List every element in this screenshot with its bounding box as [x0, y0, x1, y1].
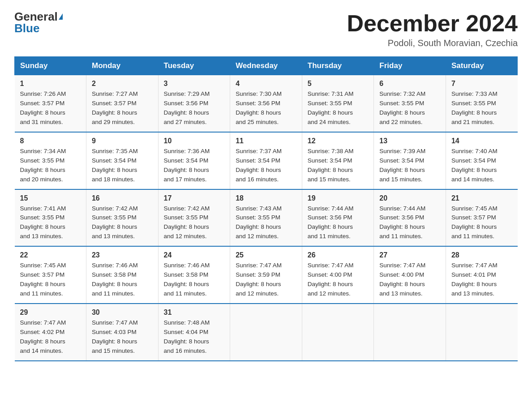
calendar-cell: 8Sunrise: 7:34 AMSunset: 3:55 PMDaylight… [15, 132, 86, 189]
calendar-cell [446, 304, 517, 361]
day-info: Sunrise: 7:32 AMSunset: 3:55 PMDaylight:… [379, 90, 440, 127]
calendar-week-row: 15Sunrise: 7:41 AMSunset: 3:55 PMDayligh… [15, 189, 518, 247]
day-number: 13 [379, 137, 440, 145]
calendar-cell: 28Sunrise: 7:47 AMSunset: 4:01 PMDayligh… [446, 246, 517, 304]
day-info: Sunrise: 7:34 AMSunset: 3:55 PMDaylight:… [20, 147, 81, 184]
calendar-week-row: 22Sunrise: 7:45 AMSunset: 3:57 PMDayligh… [15, 246, 518, 304]
day-info: Sunrise: 7:45 AMSunset: 3:57 PMDaylight:… [451, 204, 512, 242]
day-number: 3 [164, 80, 225, 88]
calendar-cell: 13Sunrise: 7:39 AMSunset: 3:54 PMDayligh… [374, 132, 446, 189]
calendar-cell: 30Sunrise: 7:47 AMSunset: 4:03 PMDayligh… [86, 304, 158, 361]
calendar-cell: 22Sunrise: 7:45 AMSunset: 3:57 PMDayligh… [15, 246, 86, 304]
day-info: Sunrise: 7:47 AMSunset: 4:03 PMDaylight:… [92, 318, 153, 356]
page-header: General Blue December 2024 Podoli, South… [14, 11, 518, 48]
calendar-cell [230, 304, 302, 361]
column-header-wednesday: Wednesday [230, 57, 302, 75]
calendar-cell: 17Sunrise: 7:42 AMSunset: 3:55 PMDayligh… [158, 189, 230, 247]
day-number: 8 [20, 137, 81, 145]
day-info: Sunrise: 7:40 AMSunset: 3:54 PMDaylight:… [451, 147, 512, 184]
day-number: 23 [92, 251, 153, 259]
day-info: Sunrise: 7:37 AMSunset: 3:54 PMDaylight:… [236, 147, 296, 184]
day-info: Sunrise: 7:44 AMSunset: 3:56 PMDaylight:… [308, 204, 369, 242]
day-number: 21 [451, 194, 512, 202]
calendar-subtitle: Podoli, South Moravian, Czechia [347, 38, 518, 48]
day-info: Sunrise: 7:43 AMSunset: 3:55 PMDaylight:… [236, 204, 296, 242]
day-info: Sunrise: 7:29 AMSunset: 3:56 PMDaylight:… [164, 90, 225, 127]
day-number: 28 [451, 251, 512, 259]
column-header-thursday: Thursday [302, 57, 374, 75]
calendar-cell: 9Sunrise: 7:35 AMSunset: 3:54 PMDaylight… [86, 132, 158, 189]
day-number: 18 [236, 194, 296, 202]
day-info: Sunrise: 7:41 AMSunset: 3:55 PMDaylight:… [20, 204, 81, 242]
day-number: 19 [308, 194, 369, 202]
calendar-cell: 24Sunrise: 7:46 AMSunset: 3:58 PMDayligh… [158, 246, 230, 304]
day-number: 25 [236, 251, 296, 259]
calendar-cell: 10Sunrise: 7:36 AMSunset: 3:54 PMDayligh… [158, 132, 230, 189]
calendar-week-row: 29Sunrise: 7:47 AMSunset: 4:02 PMDayligh… [15, 304, 518, 361]
day-number: 4 [236, 80, 296, 88]
calendar-cell: 4Sunrise: 7:30 AMSunset: 3:56 PMDaylight… [230, 75, 302, 132]
calendar-cell: 7Sunrise: 7:33 AMSunset: 3:55 PMDaylight… [446, 75, 517, 132]
day-number: 11 [236, 137, 296, 145]
calendar-cell: 20Sunrise: 7:44 AMSunset: 3:56 PMDayligh… [374, 189, 446, 247]
calendar-cell: 1Sunrise: 7:26 AMSunset: 3:57 PMDaylight… [15, 75, 86, 132]
day-info: Sunrise: 7:47 AMSunset: 4:00 PMDaylight:… [379, 261, 440, 299]
day-number: 9 [92, 137, 153, 145]
day-info: Sunrise: 7:47 AMSunset: 3:59 PMDaylight:… [236, 261, 296, 299]
calendar-cell: 23Sunrise: 7:46 AMSunset: 3:58 PMDayligh… [86, 246, 158, 304]
calendar-cell: 2Sunrise: 7:27 AMSunset: 3:57 PMDaylight… [86, 75, 158, 132]
day-info: Sunrise: 7:42 AMSunset: 3:55 PMDaylight:… [92, 204, 153, 242]
logo-triangle-icon [59, 13, 63, 20]
day-info: Sunrise: 7:42 AMSunset: 3:55 PMDaylight:… [164, 204, 225, 242]
day-number: 10 [164, 137, 225, 145]
calendar-cell: 25Sunrise: 7:47 AMSunset: 3:59 PMDayligh… [230, 246, 302, 304]
day-info: Sunrise: 7:48 AMSunset: 4:04 PMDaylight:… [164, 318, 225, 356]
calendar-cell: 15Sunrise: 7:41 AMSunset: 3:55 PMDayligh… [15, 189, 86, 247]
column-header-sunday: Sunday [15, 57, 86, 75]
day-number: 20 [379, 194, 440, 202]
logo-general-text: General [14, 11, 58, 22]
column-header-friday: Friday [374, 57, 446, 75]
day-number: 7 [451, 80, 512, 88]
day-number: 14 [451, 137, 512, 145]
column-header-monday: Monday [86, 57, 158, 75]
day-info: Sunrise: 7:26 AMSunset: 3:57 PMDaylight:… [20, 90, 81, 127]
calendar-cell: 3Sunrise: 7:29 AMSunset: 3:56 PMDaylight… [158, 75, 230, 132]
day-info: Sunrise: 7:46 AMSunset: 3:58 PMDaylight:… [164, 261, 225, 299]
day-number: 15 [20, 194, 81, 202]
calendar-cell: 5Sunrise: 7:31 AMSunset: 3:55 PMDaylight… [302, 75, 374, 132]
day-info: Sunrise: 7:45 AMSunset: 3:57 PMDaylight:… [20, 261, 81, 299]
calendar-cell: 29Sunrise: 7:47 AMSunset: 4:02 PMDayligh… [15, 304, 86, 361]
column-header-tuesday: Tuesday [158, 57, 230, 75]
day-info: Sunrise: 7:36 AMSunset: 3:54 PMDaylight:… [164, 147, 225, 184]
calendar-week-row: 8Sunrise: 7:34 AMSunset: 3:55 PMDaylight… [15, 132, 518, 189]
calendar-cell: 11Sunrise: 7:37 AMSunset: 3:54 PMDayligh… [230, 132, 302, 189]
day-info: Sunrise: 7:35 AMSunset: 3:54 PMDaylight:… [92, 147, 153, 184]
day-number: 24 [164, 251, 225, 259]
day-info: Sunrise: 7:39 AMSunset: 3:54 PMDaylight:… [379, 147, 440, 184]
calendar-cell: 27Sunrise: 7:47 AMSunset: 4:00 PMDayligh… [374, 246, 446, 304]
day-number: 27 [379, 251, 440, 259]
day-number: 26 [308, 251, 369, 259]
day-number: 6 [379, 80, 440, 88]
calendar-header-row: SundayMondayTuesdayWednesdayThursdayFrid… [15, 57, 518, 75]
calendar-cell: 6Sunrise: 7:32 AMSunset: 3:55 PMDaylight… [374, 75, 446, 132]
calendar-week-row: 1Sunrise: 7:26 AMSunset: 3:57 PMDaylight… [15, 75, 518, 132]
day-info: Sunrise: 7:44 AMSunset: 3:56 PMDaylight:… [379, 204, 440, 242]
day-info: Sunrise: 7:46 AMSunset: 3:58 PMDaylight:… [92, 261, 153, 299]
day-number: 29 [20, 308, 81, 317]
day-number: 31 [164, 308, 225, 317]
logo: General Blue [14, 11, 63, 34]
day-number: 12 [308, 137, 369, 145]
day-info: Sunrise: 7:47 AMSunset: 4:01 PMDaylight:… [451, 261, 512, 299]
day-info: Sunrise: 7:47 AMSunset: 4:00 PMDaylight:… [308, 261, 369, 299]
day-info: Sunrise: 7:27 AMSunset: 3:57 PMDaylight:… [92, 90, 153, 127]
day-info: Sunrise: 7:47 AMSunset: 4:02 PMDaylight:… [20, 318, 81, 356]
day-number: 2 [92, 80, 153, 88]
column-header-saturday: Saturday [446, 57, 517, 75]
calendar-cell: 14Sunrise: 7:40 AMSunset: 3:54 PMDayligh… [446, 132, 517, 189]
day-number: 16 [92, 194, 153, 202]
title-section: December 2024 Podoli, South Moravian, Cz… [347, 11, 518, 48]
logo-blue-text: Blue [14, 22, 39, 34]
day-number: 22 [20, 251, 81, 259]
